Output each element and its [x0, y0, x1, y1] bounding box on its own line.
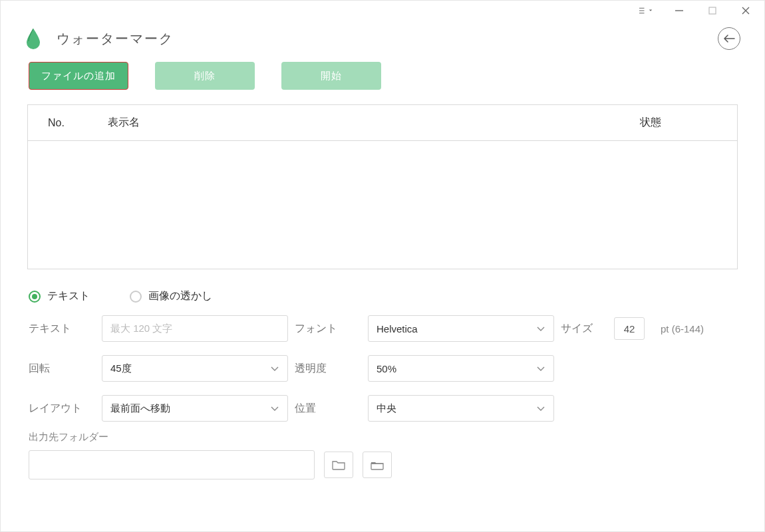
- folder-icon: [332, 460, 345, 470]
- radio-text[interactable]: テキスト: [29, 289, 90, 303]
- font-value: Helvetica: [377, 323, 418, 334]
- font-label: フォント: [295, 322, 361, 336]
- rotation-select[interactable]: 45度: [102, 355, 288, 382]
- table-body-empty: [28, 141, 737, 269]
- col-state: 状態: [584, 116, 717, 130]
- output-path-input[interactable]: [29, 450, 315, 479]
- chevron-down-icon: [536, 405, 545, 412]
- font-select[interactable]: Helvetica: [368, 315, 554, 342]
- watermark-form: テキスト 最大 120 文字 フォント Helvetica サイズ 42 pt …: [1, 303, 764, 422]
- radio-image-label: 画像の透かし: [148, 289, 212, 303]
- rotation-label: 回転: [29, 362, 95, 376]
- delete-button[interactable]: 削除: [155, 62, 255, 90]
- rotation-value: 45度: [110, 362, 132, 375]
- start-label: 開始: [321, 70, 342, 82]
- start-button[interactable]: 開始: [281, 62, 381, 90]
- action-buttons: ファイルの追加 削除 開始: [1, 50, 764, 90]
- radio-text-label: テキスト: [47, 289, 90, 303]
- layout-label: レイアウト: [29, 402, 95, 416]
- layout-value: 最前面へ移動: [110, 402, 170, 415]
- file-table: No. 表示名 状態: [27, 104, 738, 269]
- size-label: サイズ: [561, 322, 607, 336]
- size-hint: pt (6-144): [661, 323, 740, 334]
- opacity-label: 透明度: [295, 362, 361, 376]
- output-label: 出力先フォルダー: [29, 431, 736, 444]
- layout-select[interactable]: 最前面へ移動: [102, 395, 288, 422]
- radio-image-indicator: [130, 291, 142, 303]
- size-value: 42: [624, 323, 635, 334]
- chevron-down-icon: [270, 365, 279, 372]
- opacity-select[interactable]: 50%: [368, 355, 554, 382]
- table-header: No. 表示名 状態: [28, 105, 737, 141]
- position-select[interactable]: 中央: [368, 395, 554, 422]
- page-header: ウォーターマーク: [1, 1, 764, 50]
- opacity-value: 50%: [377, 363, 396, 374]
- add-file-label: ファイルの追加: [41, 70, 116, 82]
- radio-image[interactable]: 画像の透かし: [130, 289, 212, 303]
- chevron-down-icon: [270, 405, 279, 412]
- delete-label: 削除: [194, 70, 216, 82]
- position-label: 位置: [295, 402, 361, 416]
- output-section: 出力先フォルダー: [1, 422, 764, 479]
- col-name: 表示名: [108, 116, 584, 130]
- watermark-type-radios: テキスト 画像の透かし: [1, 269, 764, 303]
- text-input[interactable]: 最大 120 文字: [102, 315, 288, 342]
- radio-text-indicator: [29, 291, 41, 303]
- page-title: ウォーターマーク: [57, 30, 174, 48]
- chevron-down-icon: [536, 325, 545, 332]
- chevron-down-icon: [536, 365, 545, 372]
- back-button[interactable]: [718, 27, 740, 50]
- browse-folder-button[interactable]: [324, 452, 353, 478]
- folder-open-icon: [371, 460, 384, 470]
- text-placeholder: 最大 120 文字: [110, 323, 172, 335]
- watermark-drop-icon: [25, 27, 42, 50]
- col-no: No.: [48, 117, 108, 129]
- add-file-button[interactable]: ファイルの追加: [29, 62, 128, 90]
- open-output-button[interactable]: [363, 452, 392, 478]
- size-input[interactable]: 42: [614, 317, 645, 340]
- position-value: 中央: [377, 402, 396, 415]
- text-label: テキスト: [29, 322, 95, 336]
